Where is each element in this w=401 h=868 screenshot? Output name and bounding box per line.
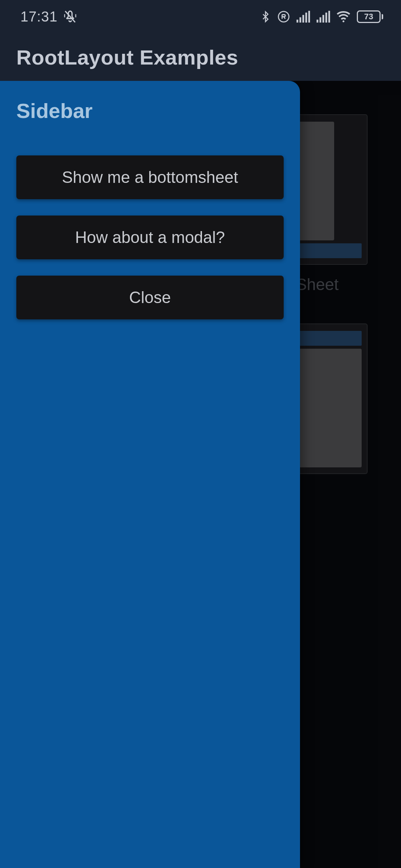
registered-icon <box>277 10 290 23</box>
sidebar-drawer: Sidebar Show me a bottomsheet How about … <box>0 81 300 868</box>
battery-percent: 73 <box>364 13 373 21</box>
show-bottomsheet-label: Show me a bottomsheet <box>62 168 238 187</box>
svg-rect-4 <box>297 20 299 23</box>
status-right: 73 <box>260 9 381 24</box>
show-bottomsheet-button[interactable]: Show me a bottomsheet <box>16 155 284 199</box>
app-title: RootLayout Examples <box>16 45 238 69</box>
bluetooth-icon <box>260 9 271 24</box>
battery-icon: 73 <box>357 10 381 23</box>
svg-rect-9 <box>317 20 319 23</box>
svg-rect-8 <box>308 11 310 23</box>
status-bar: 17:31 <box>0 0 401 33</box>
signal-1-icon <box>296 10 310 23</box>
show-modal-button[interactable]: How about a modal? <box>16 216 284 259</box>
svg-rect-10 <box>320 17 322 23</box>
sidebar-title: Sidebar <box>16 99 284 123</box>
svg-rect-12 <box>325 13 327 23</box>
status-left: 17:31 <box>20 9 78 25</box>
signal-2-icon <box>316 10 330 23</box>
svg-rect-7 <box>305 13 307 23</box>
svg-line-0 <box>65 11 75 22</box>
svg-rect-13 <box>328 11 330 23</box>
close-button-label: Close <box>129 288 171 307</box>
app-bar: RootLayout Examples <box>0 33 401 81</box>
svg-point-14 <box>343 20 345 22</box>
close-button[interactable]: Close <box>16 276 284 319</box>
svg-rect-6 <box>302 15 304 23</box>
svg-rect-11 <box>322 15 324 23</box>
show-modal-label: How about a modal? <box>75 228 225 247</box>
wifi-icon <box>336 10 351 23</box>
status-time: 17:31 <box>20 9 58 25</box>
mute-icon <box>63 9 78 24</box>
svg-rect-5 <box>300 17 301 23</box>
